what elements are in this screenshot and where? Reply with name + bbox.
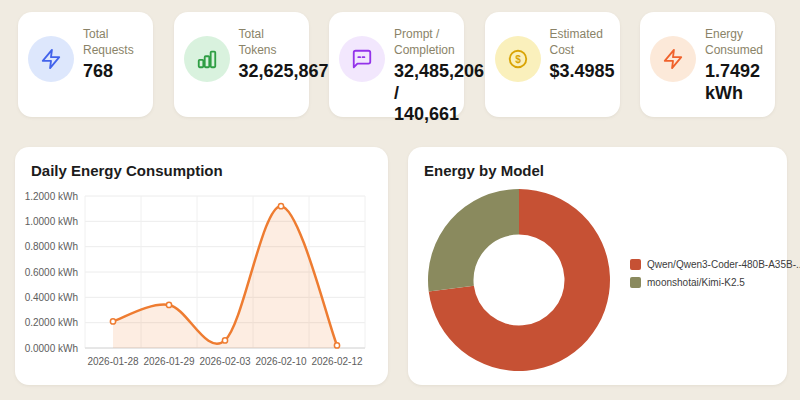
stat-value: $3.4985 (550, 61, 615, 83)
svg-text:2026-02-10: 2026-02-10 (255, 356, 307, 367)
coin-dollar-icon: $ (495, 36, 541, 82)
stat-card-energy-consumed: Energy Consumed 1.7492 kWh (640, 12, 775, 117)
donut-legend: Qwen/Qwen3-Coder-480B-A35B-...moonshotai… (630, 259, 800, 295)
stat-label: Estimated Cost (550, 27, 615, 58)
svg-text:2026-01-28: 2026-01-28 (87, 356, 139, 367)
lightning-icon (650, 36, 696, 82)
legend-label: moonshotai/Kimi-K2.5 (647, 277, 745, 288)
stat-value: 768 (83, 61, 134, 83)
stat-value: 1.7492 kWh (705, 61, 763, 104)
stat-value: 32,625,867 (239, 61, 305, 83)
svg-text:0.2000 kWh: 0.2000 kWh (25, 317, 78, 328)
svg-text:2026-01-29: 2026-01-29 (143, 356, 195, 367)
stat-card-prompt-completion: Prompt / Completion 32,485,206 / 140,661 (329, 12, 464, 117)
chat-bubble-icon (339, 36, 385, 82)
svg-text:0.6000 kWh: 0.6000 kWh (25, 267, 78, 278)
svg-text:1.0000 kWh: 1.0000 kWh (25, 216, 78, 227)
svg-text:0.8000 kWh: 0.8000 kWh (25, 241, 78, 252)
bar-chart-icon (184, 36, 230, 82)
stat-label: Prompt / Completion (394, 27, 460, 58)
svg-text:2026-02-03: 2026-02-03 (199, 356, 251, 367)
legend-item[interactable]: Qwen/Qwen3-Coder-480B-A35B-... (630, 259, 800, 270)
stat-label: Energy Consumed (705, 27, 763, 58)
energy-by-model-card: Energy by Model Qwen/Qwen3-Coder-480B-A3… (408, 147, 787, 385)
legend-swatch (630, 277, 641, 288)
daily-energy-title: Daily Energy Consumption (15, 147, 388, 179)
svg-text:2026-02-12: 2026-02-12 (311, 356, 363, 367)
stat-label: Total Tokens (239, 27, 305, 58)
svg-text:0.0000 kWh: 0.0000 kWh (25, 343, 78, 354)
lightning-icon (28, 36, 74, 82)
svg-text:1.2000 kWh: 1.2000 kWh (25, 191, 78, 202)
legend-item[interactable]: moonshotai/Kimi-K2.5 (630, 277, 800, 288)
svg-text:$: $ (515, 54, 521, 65)
energy-donut-chart[interactable] (427, 188, 611, 372)
daily-energy-line-chart[interactable]: 0.0000 kWh0.2000 kWh0.4000 kWh0.6000 kWh… (15, 180, 388, 380)
stat-label: Total Requests (83, 27, 134, 58)
stat-card-estimated-cost: $ Estimated Cost $3.4985 (485, 12, 620, 117)
stat-value: 32,485,206 / 140,661 (394, 61, 460, 126)
daily-energy-card: Daily Energy Consumption 0.0000 kWh0.200… (15, 147, 388, 385)
legend-label: Qwen/Qwen3-Coder-480B-A35B-... (647, 259, 800, 270)
svg-text:0.4000 kWh: 0.4000 kWh (25, 292, 78, 303)
energy-by-model-title: Energy by Model (408, 147, 787, 179)
stat-card-total-tokens: Total Tokens 32,625,867 (174, 12, 309, 117)
stat-card-total-requests: Total Requests 768 (18, 12, 153, 117)
stats-row: Total Requests 768 Total Tokens 32,625,8… (18, 12, 775, 117)
legend-swatch (630, 259, 641, 270)
dashboard-page: Total Requests 768 Total Tokens 32,625,8… (0, 0, 800, 400)
